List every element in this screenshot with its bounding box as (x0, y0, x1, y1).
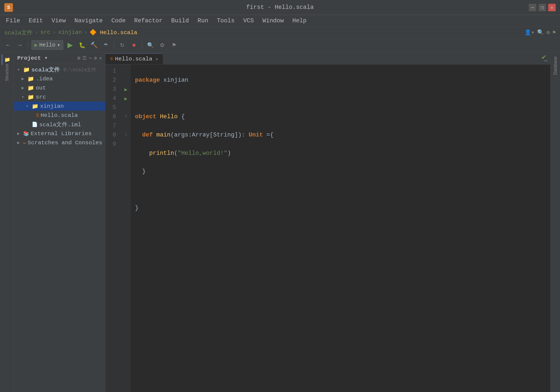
menu-window[interactable]: Window (259, 16, 288, 25)
gutter-4-run[interactable]: ▶ (121, 94, 131, 103)
menu-build[interactable]: Build (168, 16, 193, 25)
tree-hello-scala[interactable]: ▶ S Hello.scala (14, 111, 105, 120)
run-config-dropdown-icon: ▾ (57, 42, 60, 48)
editor-tab-hello[interactable]: S Hello.scala ✕ (105, 53, 163, 64)
line-num-8: 8 (105, 131, 118, 140)
tree-xinjian[interactable]: ▾ 📁 xinjian (14, 102, 105, 111)
menu-help[interactable]: Help (289, 16, 310, 25)
arrow-icon: ▾ (17, 67, 22, 72)
tree-src[interactable]: ▾ 📁 src (14, 92, 105, 102)
code-line-3: object Hello { (135, 112, 546, 121)
menu-refactor[interactable]: Refactor (130, 16, 166, 25)
line-numbers: 1 2 3 4 5 6 7 8 9 (105, 64, 121, 392)
sidebar-settings[interactable]: ⚙ (94, 55, 97, 61)
title-text: first - Hello.scala (246, 4, 314, 11)
breadcrumb-bar: scala文件 › src › xinjian › 🔶 Hello.scala … (0, 27, 560, 38)
tree-root[interactable]: ▾ 📁 scala文件 D:\scala文件 (14, 65, 105, 74)
gutter-9 (121, 140, 131, 149)
activity-structure[interactable]: Structure (2, 67, 12, 78)
gutter-5 (121, 103, 131, 112)
maximize-btn[interactable]: ❐ (538, 4, 546, 11)
settings-icon[interactable]: ⚙ (547, 29, 550, 36)
minimize-btn[interactable]: — (529, 4, 536, 11)
breadcrumb-root[interactable]: scala文件 (4, 29, 33, 36)
right-activity-database[interactable]: Database (553, 54, 558, 77)
code-line-7 (135, 185, 546, 195)
tree-iml[interactable]: ▶ 📄 scala文件.iml (14, 120, 105, 129)
menu-navigate[interactable]: Navigate (70, 16, 107, 25)
folder-icon: 📁 (27, 75, 34, 82)
update-btn[interactable]: ↻ (117, 40, 127, 50)
folder-icon: 📁 (27, 94, 34, 100)
tab-bar: S Hello.scala ✕ ⋯ (105, 52, 550, 64)
build-button[interactable]: 🔨 (89, 40, 99, 50)
window-controls[interactable]: — ❐ ✕ (529, 4, 556, 11)
tree-out[interactable]: ▶ 📁 out (14, 83, 105, 92)
scala-icon: S (36, 113, 39, 118)
tab-close-btn[interactable]: ✕ (155, 56, 158, 62)
breadcrumb-file[interactable]: 🔶 Hello.scala (90, 29, 137, 36)
account-icon[interactable]: 👤▾ (524, 29, 534, 36)
menu-code[interactable]: Code (108, 16, 129, 25)
tree-external-libs-label: External Libraries (31, 131, 92, 137)
menu-file[interactable]: File (2, 16, 24, 25)
tree-idea[interactable]: ▶ 📁 .idea (14, 74, 105, 83)
tree-external-libs[interactable]: ▶ 📚 External Libraries (14, 129, 105, 138)
tree-idea-label: .idea (36, 76, 53, 82)
app-body: 📁 Structure Bookmarks Project ▾ ⊞ ☲ ⋯ ⚙ … (0, 52, 560, 392)
menu-tools[interactable]: Tools (213, 16, 238, 25)
search-icon[interactable]: 🔍 (537, 29, 544, 36)
menu-edit[interactable]: Edit (25, 16, 47, 25)
sidebar-icons: ⊞ ☲ ⋯ ⚙ ✕ (77, 55, 102, 61)
code-line-4: def main(args:Array[String]): Unit ={ (135, 131, 546, 140)
gutter-2 (121, 76, 131, 85)
breadcrumb-xinjian[interactable]: xinjian (58, 29, 82, 35)
run-button[interactable]: ▶ (65, 40, 75, 50)
gutter-3-run[interactable]: ▶ (121, 85, 131, 94)
line-num-1: 1 (105, 67, 118, 76)
back-btn[interactable]: ← (3, 40, 13, 50)
gutter-7 (121, 121, 131, 131)
run-config-selector[interactable]: ▶ Hello ▾ (31, 40, 63, 50)
line-num-5: 5 (105, 103, 118, 112)
tree-root-path: D:\scala文件 (63, 66, 96, 73)
menu-view[interactable]: View (48, 16, 70, 25)
menu-run[interactable]: Run (194, 16, 212, 25)
sidebar-dots[interactable]: ⋯ (89, 55, 92, 61)
sidebar-close[interactable]: ✕ (99, 55, 102, 61)
menu-vcs[interactable]: VCS (239, 16, 258, 25)
forward-btn[interactable]: → (15, 40, 25, 50)
code-line-8: } (135, 204, 546, 213)
app-icon: S (4, 3, 13, 12)
code-content[interactable]: package xinjian object Hello { def main(… (131, 64, 550, 392)
settings-toolbar-btn[interactable]: ⚙ (157, 40, 167, 50)
toolbar-sep-3 (142, 41, 142, 49)
tab-label: Hello.scala (115, 56, 153, 62)
gutter-6-fold[interactable]: └ (121, 112, 131, 121)
breadcrumb-actions: 👤▾ 🔍 ⚙ ⚑ (524, 29, 556, 36)
gutter-8-fold[interactable]: └ (121, 131, 131, 140)
registry-btn[interactable]: ⚑ (169, 40, 179, 50)
find-btn[interactable]: 🔍 (146, 40, 155, 50)
debug-button[interactable]: 🐛 (77, 40, 87, 50)
coverage-button[interactable]: ☂ (101, 40, 111, 50)
title-bar-left: S (4, 3, 13, 12)
arrow-icon: ▶ (22, 76, 26, 81)
code-line-1: package xinjian (135, 76, 546, 85)
stop-btn[interactable]: ■ (129, 40, 139, 50)
sidebar-collapse-all[interactable]: ⊞ (77, 55, 80, 61)
tree-iml-label: scala文件.iml (39, 121, 81, 128)
project-dropdown[interactable]: Project ▾ (17, 55, 48, 61)
breadcrumb-src[interactable]: src (40, 29, 51, 35)
right-activity-bar: Database (550, 52, 560, 392)
notification-icon[interactable]: ⚑ (552, 29, 556, 36)
tree-scratches[interactable]: ▶ ✏ Scratches and Consoles (14, 138, 105, 147)
code-editor[interactable]: 1 2 3 4 5 6 7 8 9 ▶ ▶ └ (105, 64, 550, 392)
run-config-label: Hello (39, 42, 55, 48)
close-btn[interactable]: ✕ (548, 4, 556, 11)
sidebar-scroll-to-current[interactable]: ☲ (82, 55, 87, 61)
editor-area: S Hello.scala ✕ ⋯ 1 2 3 4 5 6 7 (105, 52, 550, 392)
code-gutter: ▶ ▶ └ └ (121, 64, 131, 392)
folder-icon: 📁 (32, 103, 38, 110)
activity-project[interactable]: 📁 (2, 54, 12, 65)
